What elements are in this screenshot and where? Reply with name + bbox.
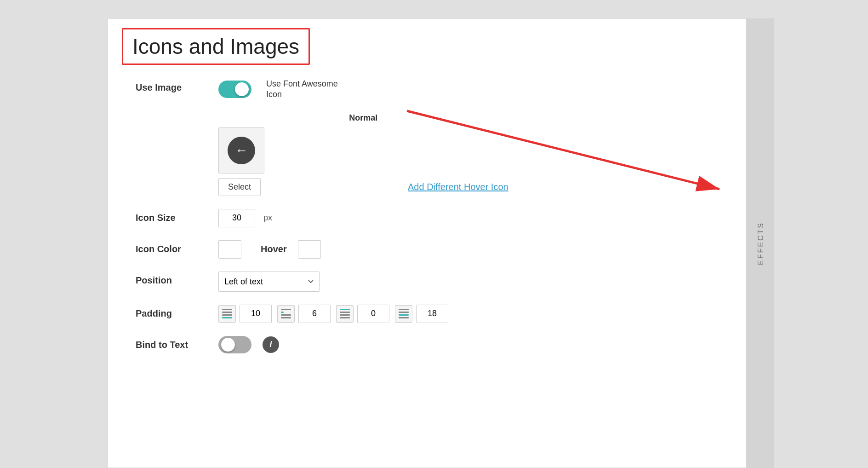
padding-icon-4	[395, 305, 412, 323]
icon-color-label: Icon Color	[136, 240, 218, 254]
padding-icon-3	[336, 305, 354, 323]
use-font-awesome-label: Use Font Awesome Icon	[266, 79, 340, 100]
padding-input-2[interactable]	[298, 305, 331, 323]
position-row: Position Left of text Right of text Abov…	[122, 272, 732, 292]
icon-color-controls: Hover	[218, 240, 321, 259]
select-button[interactable]: Select	[218, 178, 261, 196]
position-label: Position	[136, 272, 218, 286]
padding-row: Padding	[122, 305, 732, 323]
hover-label: Hover	[261, 244, 287, 254]
panel-header-box: Icons and Images	[122, 28, 310, 65]
back-arrow-icon: ←	[235, 143, 248, 158]
padding-icon-2	[277, 305, 295, 323]
icon-size-label: Icon Size	[136, 209, 218, 223]
panel-body: Use Image Use Font Awesome Icon Normal	[108, 74, 746, 380]
padding-line	[222, 309, 232, 310]
px-unit: px	[263, 213, 272, 223]
padding-group-1	[218, 305, 272, 323]
padding-group-2	[277, 305, 331, 323]
add-different-hover-icon-link[interactable]: Add Different Hover Icon	[408, 182, 508, 192]
padding-line-accent	[340, 309, 350, 310]
bind-to-text-row: Bind to Text i	[122, 336, 732, 353]
padding-line-accent	[281, 312, 284, 313]
padding-controls	[218, 305, 448, 323]
icon-size-controls: px	[218, 209, 272, 227]
padding-line	[281, 314, 291, 316]
icon-color-row: Icon Color Hover	[122, 240, 732, 259]
position-controls: Left of text Right of text Above text Be…	[218, 272, 320, 292]
padding-line	[340, 317, 350, 318]
padding-line	[399, 309, 409, 310]
effects-tab-label[interactable]: EFFECTS	[757, 222, 765, 265]
icon-color-swatch[interactable]	[218, 240, 241, 259]
padding-line	[340, 314, 350, 316]
main-container: Icons and Images Use Image Use Font Awes…	[9, 9, 859, 468]
normal-label: Normal	[218, 113, 508, 123]
padding-icon-1	[218, 305, 236, 323]
icon-size-input[interactable]	[218, 209, 255, 227]
bind-to-text-controls: i	[218, 336, 279, 353]
toggle-knob-off	[221, 338, 235, 352]
padding-input-1[interactable]	[240, 305, 272, 323]
padding-lines-3	[340, 309, 350, 318]
padding-line	[281, 309, 291, 310]
padding-line	[340, 312, 350, 313]
padding-label: Padding	[136, 305, 218, 319]
padding-group-4	[395, 305, 448, 323]
icon-preview-box: ←	[218, 127, 264, 173]
page-title: Icons and Images	[132, 34, 299, 59]
bind-to-text-toggle[interactable]	[218, 336, 251, 353]
padding-lines-2	[281, 309, 291, 318]
icon-select-row: Normal ← Select Add Different Hover Icon	[122, 113, 732, 196]
padding-line	[222, 312, 232, 313]
use-image-toggle[interactable]	[218, 81, 251, 98]
icon-size-row: Icon Size px	[122, 209, 732, 227]
icon-circle: ←	[228, 137, 255, 164]
normal-section: Normal ← Select Add Different Hover Icon	[218, 113, 508, 196]
padding-line	[399, 312, 409, 313]
padding-lines-4	[399, 309, 409, 318]
use-image-label: Use Image	[136, 79, 218, 93]
panel: Icons and Images Use Image Use Font Awes…	[108, 18, 747, 468]
padding-line	[281, 317, 291, 318]
info-icon[interactable]: i	[263, 336, 279, 353]
padding-input-4[interactable]	[416, 305, 448, 323]
padding-input-3[interactable]	[357, 305, 389, 323]
use-image-row: Use Image Use Font Awesome Icon	[122, 79, 732, 100]
use-image-controls: Use Font Awesome Icon	[218, 79, 340, 100]
padding-line-accent	[222, 317, 232, 318]
padding-line	[222, 314, 232, 316]
hover-color-swatch[interactable]	[298, 240, 321, 259]
padding-lines-1	[222, 309, 232, 318]
bind-to-text-label: Bind to Text	[136, 336, 218, 350]
position-select[interactable]: Left of text Right of text Above text Be…	[218, 272, 320, 292]
padding-group-3	[336, 305, 389, 323]
padding-line-accent	[399, 314, 409, 316]
padding-line	[399, 317, 409, 318]
right-sidebar: EFFECTS	[747, 18, 774, 468]
